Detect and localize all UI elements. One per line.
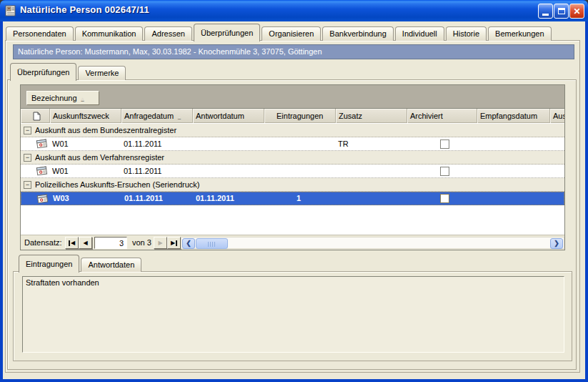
cell-antwortdatum: 01.11.2011 [196, 194, 234, 202]
table-row[interactable]: W01 01.11.2011 [21, 165, 564, 178]
grid-body: − Auskunft aus dem Bundeszentralregister [21, 123, 564, 235]
tab-ueberpruefungen[interactable]: Überprüfungen [194, 24, 260, 41]
main-tab-strip: Personendaten Kommunikation Adressen Übe… [6, 23, 553, 41]
previous-record-button[interactable]: ◀ [79, 237, 92, 249]
group-label: Auskunft aus dem Verfahrensregister [35, 153, 164, 162]
tab-personendaten[interactable]: Personendaten [6, 26, 74, 41]
group-row-polizeiliches-ersuchen[interactable]: − Polizeiliches Auskunfts-Ersuchen (Seri… [21, 178, 564, 192]
close-icon: ✕ [573, 7, 580, 16]
group-row-verfahrensregister[interactable]: − Auskunft aus dem Verfahrensregister [21, 151, 564, 165]
last-record-button[interactable]: ▶ [167, 237, 181, 249]
sub-tab-strip: Überprüfungen Vermerke [10, 64, 127, 80]
maximize-button[interactable] [554, 4, 569, 19]
scroll-left-button[interactable]: ❮ [182, 238, 195, 249]
cell-auskunftszweck: W01 [52, 167, 69, 175]
tab-individuell[interactable]: Individuell [395, 26, 444, 41]
column-header-auskunftszweck[interactable]: Auskunftszweck [50, 109, 121, 123]
window-icon [5, 5, 16, 16]
tab-adressen[interactable]: Adressen [144, 26, 191, 41]
document-icon [33, 112, 41, 121]
sort-asc-icon: ▲ [80, 96, 86, 102]
close-button[interactable]: ✕ [569, 4, 584, 19]
record-count-label: von 3 [132, 238, 151, 247]
cell-auskunftszweck: W01 [52, 139, 69, 148]
column-header-anfragedatum[interactable]: Anfragedatum▲ [121, 109, 193, 123]
previous-record-icon: ◀ [83, 240, 87, 246]
archiviert-checkbox[interactable] [440, 167, 449, 176]
person-info-bar: Natürliche Person: Mustermann, Max, 30.0… [13, 44, 574, 59]
collapse-icon[interactable]: − [24, 154, 31, 162]
first-record-button[interactable]: ◀ [65, 237, 79, 249]
column-header-archiviert[interactable]: Archiviert [407, 109, 477, 123]
table-row[interactable]: W01 01.11.2011 TR [21, 137, 564, 151]
archiviert-checkbox[interactable] [440, 139, 449, 149]
minimize-icon [542, 14, 549, 16]
column-header-zusatz[interactable]: Zusatz [336, 109, 407, 123]
column-header-eintragungen[interactable]: Eintragungen [264, 109, 336, 123]
title-bar[interactable]: Natürliche Person 002647/11 ✕ [0, 0, 588, 21]
scroll-left-icon: ❮ [186, 240, 191, 247]
record-navigator: Datensatz: ◀ ◀ von 3 ▶ ▶ ❮ ❯ [21, 235, 564, 250]
collapse-icon[interactable]: − [24, 127, 31, 134]
eintragungen-memo[interactable]: Straftaten vorhanden [22, 276, 564, 353]
scroll-right-button[interactable]: ❯ [550, 238, 563, 249]
sort-asc-icon: ▲ [176, 114, 182, 120]
cell-auskunftszweck: W03 [53, 194, 69, 202]
column-header-antwortdatum[interactable]: Antwortdatum [193, 109, 264, 123]
group-label: Polizeiliches Auskunfts-Ersuchen (Serien… [35, 180, 200, 189]
cell-eintragungen: 1 [297, 194, 301, 202]
group-by-label: Bezeichnung [31, 94, 77, 102]
group-by-chip-bezeichnung[interactable]: Bezeichnung▲ [26, 91, 99, 105]
subtab-ueberpruefungen[interactable]: Überprüfungen [10, 63, 76, 81]
record-icon [36, 194, 49, 204]
tab-organisieren[interactable]: Organisieren [261, 26, 321, 41]
table-row-selected[interactable]: W03 01.11.2011 01.11.2011 1 [21, 192, 564, 205]
collapse-icon[interactable]: − [24, 181, 31, 189]
client-area: Personendaten Kommunikation Adressen Übe… [3, 21, 585, 379]
window-title: Natürliche Person 002647/11 [20, 4, 149, 15]
scroll-right-icon: ❯ [554, 240, 559, 247]
group-row-bundeszentralregister[interactable]: − Auskunft aus dem Bundeszentralregister [21, 124, 564, 137]
next-record-button[interactable]: ▶ [154, 237, 167, 249]
tab-historie[interactable]: Historie [446, 26, 487, 41]
column-header-aus-clipped[interactable]: Aus [550, 109, 565, 123]
record-navigator-label: Datensatz: [24, 238, 62, 247]
record-icon [36, 166, 48, 176]
column-header-record-indicator[interactable] [21, 109, 50, 123]
group-by-bar[interactable]: Bezeichnung▲ [21, 85, 564, 108]
scrollbar-grip-icon [208, 242, 216, 247]
detail-tab-eintragungen[interactable]: Eintragungen [19, 255, 79, 273]
archiviert-checkbox[interactable] [440, 194, 449, 203]
column-header-empfangsdatum[interactable]: Empfangsdatum [477, 109, 550, 123]
application-window: Natürliche Person 002647/11 ✕ Personenda… [0, 0, 588, 382]
cell-anfragedatum: 01.11.2011 [124, 139, 161, 148]
grid-header-row: Auskunftszweck Anfragedatum▲ Antwortdatu… [21, 108, 564, 123]
record-icon [36, 139, 48, 149]
detail-tab-strip: Eintragungen Antwortdaten [19, 255, 143, 272]
tab-bemerkungen[interactable]: Bemerkungen [488, 26, 552, 41]
scrollbar-thumb[interactable] [196, 238, 228, 249]
horizontal-scrollbar[interactable]: ❮ ❯ [181, 237, 564, 249]
maximize-icon [558, 8, 565, 14]
ueberpruefungen-grid: Bezeichnung▲ Auskunftszweck Anfragedatum… [20, 84, 565, 250]
next-record-icon: ▶ [158, 240, 162, 246]
last-record-icon: ▶ [171, 240, 175, 246]
detail-tab-antwortdaten[interactable]: Antwortdaten [81, 258, 141, 272]
group-label: Auskunft aus dem Bundeszentralregister [35, 126, 176, 134]
first-record-icon [69, 240, 70, 246]
minimize-button[interactable] [538, 4, 553, 19]
tab-bankverbindung[interactable]: Bankverbindung [322, 26, 394, 41]
cell-anfragedatum: 01.11.2011 [124, 194, 163, 202]
cell-anfragedatum: 01.11.2011 [124, 167, 161, 175]
detail-tab-page: Straftaten vorhanden [13, 271, 572, 361]
subtab-vermerke[interactable]: Vermerke [78, 66, 126, 80]
cell-zusatz: TR [338, 139, 349, 148]
tab-kommunikation[interactable]: Kommunikation [75, 26, 144, 41]
record-number-input[interactable] [94, 237, 127, 249]
